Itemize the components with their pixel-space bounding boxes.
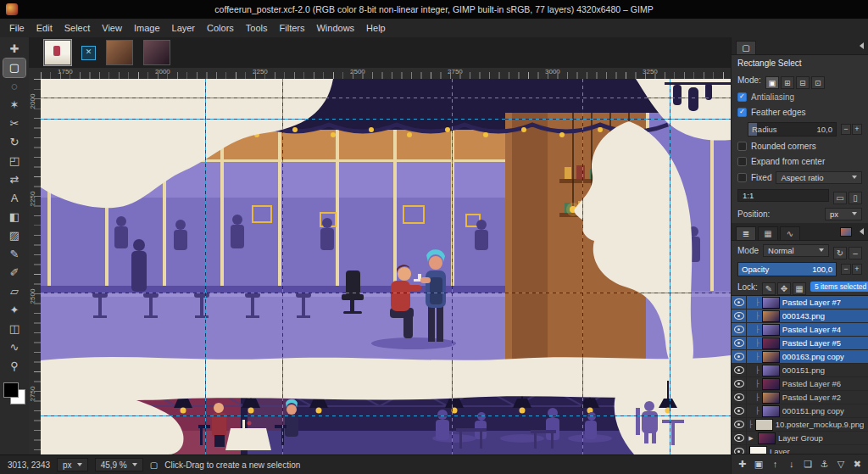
color-swatches[interactable] xyxy=(3,382,25,404)
feather-edges-checkbox[interactable] xyxy=(737,108,747,117)
channels-tab[interactable]: ▦ xyxy=(758,226,778,240)
visibility-toggle[interactable] xyxy=(732,364,747,376)
opacity-decrease-button[interactable]: − xyxy=(841,264,851,275)
vertical-ruler[interactable]: 2000225025002750 xyxy=(29,79,42,454)
layer-row[interactable]: ├000163.png copy xyxy=(732,350,868,364)
expander-icon[interactable]: ▶ xyxy=(747,435,755,442)
layer-row[interactable]: ├000151.png xyxy=(732,364,868,377)
layer-mode-dropdown[interactable]: Normal xyxy=(763,244,829,257)
visibility-toggle[interactable] xyxy=(732,350,747,363)
menu-file[interactable]: File xyxy=(3,20,31,36)
eraser-tool[interactable]: ▱ xyxy=(3,282,25,301)
lock-alpha-button[interactable]: ▦ xyxy=(793,282,806,295)
landscape-orientation-button[interactable]: ▭ xyxy=(833,192,847,204)
layer-row[interactable]: Layer xyxy=(732,445,868,454)
merge-down-button[interactable]: ▽ xyxy=(833,457,848,471)
layer-row[interactable]: ├10.poster_mockup.9.png xyxy=(732,418,868,432)
visibility-toggle[interactable] xyxy=(732,323,747,336)
image-tab-poster[interactable] xyxy=(44,40,71,65)
free-select-tool[interactable]: ◌ xyxy=(3,77,25,96)
vertical-guide[interactable] xyxy=(452,79,453,454)
menu-tools[interactable]: Tools xyxy=(240,20,274,36)
fixed-rule-dropdown[interactable]: Aspect ratio xyxy=(776,171,862,184)
new-layer-button[interactable]: ✚ xyxy=(735,457,749,471)
duplicate-layer-button[interactable]: ❏ xyxy=(801,457,815,471)
text-tool[interactable]: A xyxy=(3,189,25,208)
visibility-toggle[interactable] xyxy=(732,445,747,454)
antialiasing-checkbox[interactable] xyxy=(737,92,747,102)
mode-add-button[interactable]: ⊞ xyxy=(781,76,794,89)
airbrush-tool[interactable]: ✦ xyxy=(3,301,25,320)
gradient-tool[interactable]: ▨ xyxy=(3,226,25,245)
layer-row[interactable]: ├Pasted Layer #4 xyxy=(732,323,868,337)
horizontal-guide[interactable] xyxy=(41,293,731,293)
opacity-increase-button[interactable]: + xyxy=(852,264,862,275)
menu-select[interactable]: Select xyxy=(58,20,97,36)
visibility-toggle[interactable] xyxy=(732,391,747,404)
dock-menu-icon[interactable] xyxy=(860,42,864,49)
layer-row[interactable]: ├Pasted Layer #2 xyxy=(732,391,868,404)
opacity-slider[interactable]: Opacity 100,0 xyxy=(737,262,837,276)
crop-tool[interactable]: ✂ xyxy=(3,114,25,133)
dock-menu-icon[interactable] xyxy=(860,228,864,235)
ruler-corner[interactable] xyxy=(29,68,42,80)
layer-row[interactable]: ▶Layer Group xyxy=(732,432,868,445)
lock-pixels-button[interactable]: ✎ xyxy=(762,282,776,295)
menu-colors[interactable]: Colors xyxy=(201,20,240,36)
horizontal-ruler[interactable]: 17502000225025002750300032503500 xyxy=(41,68,731,80)
clone-tool[interactable]: ◫ xyxy=(3,320,25,338)
vertical-guide[interactable] xyxy=(205,79,206,454)
mode-subtract-button[interactable]: ⊟ xyxy=(796,76,810,89)
vertical-guide[interactable] xyxy=(582,79,583,454)
zoom-dropdown[interactable]: 45,9 % xyxy=(95,458,143,471)
radius-slider[interactable]: Radius 10,0 xyxy=(748,122,837,137)
layer-row[interactable]: ├000143.png xyxy=(732,309,868,323)
move-tool[interactable]: ✚ xyxy=(3,40,25,59)
image-tab-photo-2[interactable] xyxy=(143,40,170,65)
paintbrush-tool[interactable]: ✐ xyxy=(3,264,25,282)
visibility-toggle[interactable] xyxy=(732,296,747,309)
layer-row[interactable]: ├Pasted Layer #5 xyxy=(732,337,868,350)
horizontal-guide[interactable] xyxy=(41,119,731,120)
visibility-toggle[interactable] xyxy=(732,418,747,431)
layer-row[interactable]: ├Pasted Layer #7 xyxy=(732,296,868,309)
vertical-guide[interactable] xyxy=(670,79,670,454)
mode-replace-button[interactable]: ▣ xyxy=(765,76,779,89)
image-tab-photo-1[interactable] xyxy=(106,40,133,65)
anchor-layer-button[interactable]: ⚓ xyxy=(817,457,832,471)
new-group-button[interactable]: ▣ xyxy=(752,457,766,471)
visibility-toggle[interactable] xyxy=(732,404,747,417)
menu-filters[interactable]: Filters xyxy=(274,20,311,36)
rounded-corners-checkbox[interactable] xyxy=(737,142,747,151)
unit-dropdown[interactable]: px xyxy=(57,458,88,471)
rectangle-select-tool[interactable]: ▢ xyxy=(3,59,25,77)
menu-view[interactable]: View xyxy=(96,20,128,36)
paths-tab[interactable]: ∿ xyxy=(780,226,800,240)
menu-image[interactable]: Image xyxy=(128,20,166,36)
foreground-color-swatch[interactable] xyxy=(3,382,19,398)
visibility-toggle[interactable] xyxy=(732,432,747,444)
fixed-checkbox[interactable] xyxy=(737,173,747,182)
image-selector-chip[interactable] xyxy=(840,227,852,237)
pencil-tool[interactable]: ✎ xyxy=(3,245,25,264)
zoom-tool[interactable]: ⚲ xyxy=(3,357,25,376)
menu-help[interactable]: Help xyxy=(360,20,392,36)
position-unit-dropdown[interactable]: px xyxy=(825,208,862,220)
visibility-toggle[interactable] xyxy=(732,377,747,390)
smudge-tool[interactable]: ∿ xyxy=(3,338,25,357)
horizontal-guide[interactable] xyxy=(41,415,731,416)
fuzzy-select-tool[interactable]: ✶ xyxy=(3,96,25,114)
mode-intersect-button[interactable]: ⊡ xyxy=(811,76,825,89)
horizontal-guide[interactable] xyxy=(41,98,731,98)
radius-increase-button[interactable]: + xyxy=(852,124,862,135)
canvas-viewport[interactable] xyxy=(41,79,731,454)
layers-tab[interactable]: ≣ xyxy=(736,226,756,240)
raise-layer-button[interactable]: ↑ xyxy=(768,457,782,471)
bucket-fill-tool[interactable]: ◧ xyxy=(3,208,25,226)
vertical-guide[interactable] xyxy=(282,79,283,454)
flip-tool[interactable]: ⇄ xyxy=(3,170,25,189)
canvas-artwork[interactable] xyxy=(41,79,731,454)
layer-row[interactable]: ├Pasted Layer #6 xyxy=(732,377,868,391)
layer-row[interactable]: ├000151.png copy xyxy=(732,404,868,418)
visibility-toggle[interactable] xyxy=(732,337,747,349)
